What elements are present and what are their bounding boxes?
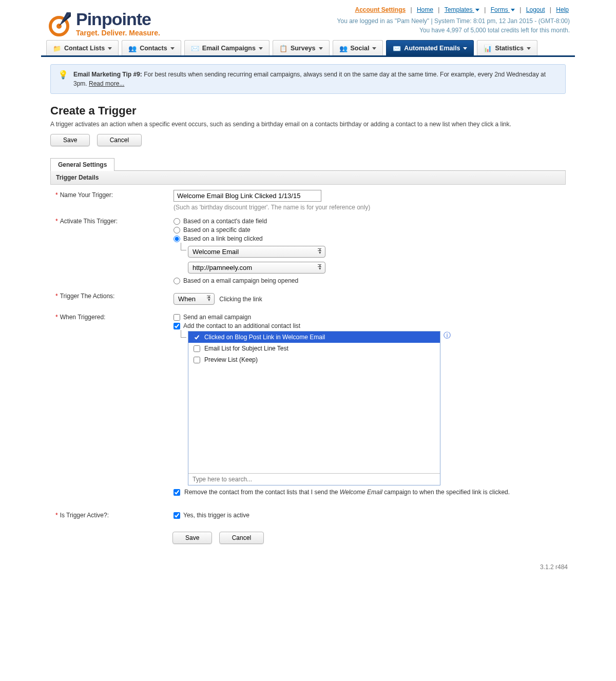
list-option-2[interactable] [194, 345, 200, 352]
folder-icon: 📁 [53, 44, 61, 52]
nav-help[interactable]: Help [556, 6, 569, 13]
logo: Pinpointe Target. Deliver. Measure. [46, 3, 160, 37]
logo-tagline: Target. Deliver. Measure. [76, 29, 160, 37]
nav-account-settings[interactable]: Account Settings [355, 6, 406, 13]
save-button[interactable]: Save [50, 134, 90, 146]
label-is-active: Is Trigger Active?: [60, 512, 109, 519]
cancel-button-bottom[interactable]: Cancel [219, 532, 264, 544]
label-name-trigger: Name Your Trigger: [60, 191, 113, 199]
cancel-button[interactable]: Cancel [97, 134, 142, 146]
chevron-down-icon [511, 9, 515, 11]
save-button-bottom[interactable]: Save [172, 532, 212, 544]
tab-contacts[interactable]: 👥Contacts [122, 40, 181, 55]
chart-icon: 📊 [484, 44, 492, 52]
nav-forms[interactable]: Forms [491, 6, 515, 13]
chevron-down-icon [259, 47, 263, 50]
help-icon[interactable]: ⓘ [444, 331, 451, 340]
tab-surveys[interactable]: 📋Surveys [273, 40, 330, 55]
checkbox-trigger-active[interactable] [174, 512, 180, 519]
checkbox-remove-contact[interactable] [174, 489, 180, 496]
tip-box: 💡 Email Marketing Tip #9: For best resul… [50, 64, 566, 94]
envelope-icon: ✉️ [191, 44, 199, 52]
footer-version: 3.1.2 r484 [41, 559, 575, 575]
main-nav: 📁Contact Lists 👥Contacts ✉️Email Campaig… [41, 40, 575, 57]
nav-templates[interactable]: Templates [445, 6, 479, 13]
trigger-name-hint: (Such as 'birthday discount trigger'. Th… [174, 204, 566, 211]
tip-readmore[interactable]: Read more... [89, 80, 124, 87]
list-search-input[interactable] [191, 475, 437, 483]
label-trigger-actions: Trigger The Actions: [60, 293, 115, 300]
chevron-down-icon [372, 47, 376, 50]
label-activate-trigger: Activate This Trigger: [60, 218, 118, 225]
select-link[interactable]: http://pamneely.com [188, 262, 325, 274]
people-icon: 👥 [339, 44, 348, 52]
subtab-general-settings[interactable]: General Settings [50, 158, 114, 171]
tab-social[interactable]: 👥Social [333, 40, 383, 55]
radio-campaign-opened[interactable] [174, 278, 180, 284]
lightbulb-icon: 💡 [58, 70, 68, 80]
header: Pinpointe Target. Deliver. Measure. Acco… [41, 0, 575, 37]
tab-email-campaigns[interactable]: ✉️Email Campaigns [184, 40, 270, 55]
when-text: Clicking the link [219, 296, 262, 303]
radio-specific-date[interactable] [174, 227, 180, 234]
page-description: A trigger activates an action when a spe… [50, 121, 566, 128]
label-when-triggered: When Triggered: [60, 314, 106, 321]
section-trigger-details: Trigger Details [50, 171, 566, 185]
tip-body: For best results when sending recurring … [73, 71, 546, 87]
radio-date-field[interactable] [174, 218, 180, 225]
tab-contact-lists[interactable]: 📁Contact Lists [46, 40, 119, 55]
envelope-icon: ✉️ [393, 44, 401, 52]
tab-automated-emails[interactable]: ✉️Automated Emails [386, 40, 474, 55]
chevron-down-icon [170, 47, 175, 50]
form-icon: 📋 [279, 44, 287, 52]
tip-title: Email Marketing Tip #9: [73, 71, 142, 78]
page-title: Create a Trigger [50, 104, 566, 118]
chevron-down-icon [475, 9, 479, 11]
meta-line1: You are logged in as "Pam Neely" | Syste… [337, 16, 570, 26]
chevron-down-icon [319, 47, 323, 50]
people-icon: 👥 [128, 44, 137, 52]
nav-home[interactable]: Home [417, 6, 433, 13]
list-option-3[interactable] [194, 357, 200, 363]
trigger-name-input[interactable] [174, 190, 321, 202]
header-meta: You are logged in as "Pam Neely" | Syste… [337, 16, 570, 35]
logo-text: Pinpointe [76, 10, 160, 28]
radio-link-clicked[interactable] [174, 236, 180, 242]
list-option-1[interactable] [194, 334, 200, 341]
contact-lists-box: Clicked on Blog Post Link in Welcome Ema… [188, 331, 440, 485]
logo-icon [46, 11, 72, 36]
tab-statistics[interactable]: 📊Statistics [477, 40, 537, 55]
top-nav: Account Settings | Home | Templates | Fo… [337, 6, 570, 13]
checkbox-send-campaign[interactable] [174, 314, 180, 321]
chevron-down-icon [527, 47, 531, 50]
sub-tabs: General Settings [50, 158, 566, 171]
chevron-down-icon [108, 47, 112, 50]
nav-logout[interactable]: Logout [526, 6, 545, 13]
select-campaign[interactable]: Welcome Email [188, 246, 325, 258]
chevron-down-icon [463, 47, 467, 50]
meta-line2: You have 4,997 of 5,000 total credits le… [337, 26, 570, 35]
checkbox-add-to-list[interactable] [174, 323, 180, 329]
